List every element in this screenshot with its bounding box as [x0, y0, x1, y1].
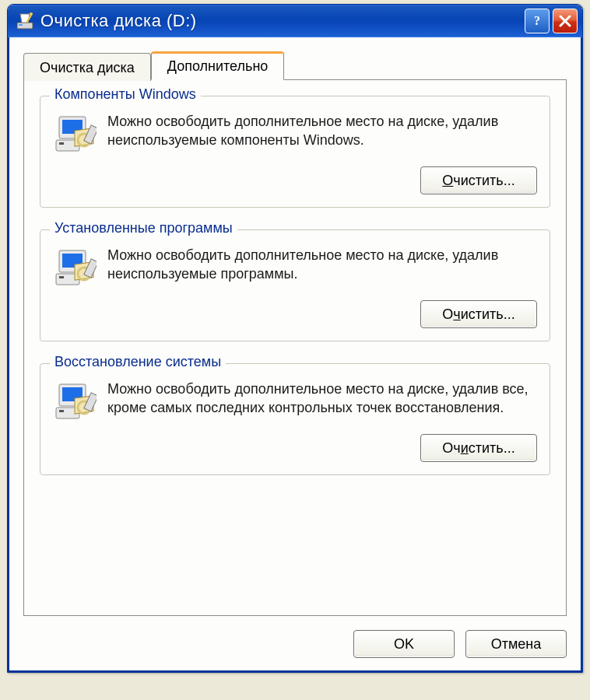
group-legend: Установленные программы — [50, 220, 237, 236]
dialog-buttons: OK Отмена — [23, 630, 567, 658]
disk-cleanup-window: Очистка диска (D:) ? Очистка диска Допол… — [7, 4, 583, 673]
cancel-button[interactable]: Отмена — [465, 630, 567, 658]
help-button[interactable]: ? — [525, 9, 550, 33]
svg-rect-21 — [59, 410, 64, 412]
installer-icon — [53, 112, 97, 156]
group-legend: Компоненты Windows — [50, 86, 201, 103]
installer-icon — [53, 246, 97, 289]
installer-icon — [53, 380, 97, 423]
group-description: Можно освободить дополнительное место на… — [107, 380, 537, 418]
group-description: Можно освободить дополнительное место на… — [107, 112, 537, 150]
cleanup-components-button[interactable]: Очистить... — [420, 166, 537, 194]
window-title: Очистка диска (D:) — [40, 11, 525, 31]
tab-panel-more-options: Компоненты Windows Можно осв — [23, 79, 567, 616]
group-windows-components: Компоненты Windows Можно осв — [40, 96, 550, 208]
disk-cleanup-icon — [16, 12, 34, 30]
group-system-restore: Восстановление системы Можно — [40, 363, 550, 475]
close-button[interactable] — [553, 9, 578, 33]
group-legend: Восстановление системы — [50, 354, 226, 370]
svg-rect-1 — [19, 24, 23, 26]
cleanup-programs-button[interactable]: Очистить... — [420, 300, 537, 328]
group-installed-programs: Установленные программы Можн — [40, 229, 550, 341]
svg-rect-14 — [59, 276, 64, 278]
group-description: Можно освободить дополнительное место на… — [107, 246, 537, 284]
titlebar[interactable]: Очистка диска (D:) ? — [8, 5, 582, 37]
svg-rect-7 — [59, 142, 64, 145]
tabs: Очистка диска Дополнительно — [23, 51, 567, 79]
tab-more-options[interactable]: Дополнительно — [151, 51, 285, 80]
cleanup-restore-button[interactable]: Очистить... — [420, 434, 537, 462]
ok-button[interactable]: OK — [353, 630, 455, 658]
tab-disk-cleanup[interactable]: Очистка диска — [23, 53, 151, 81]
svg-point-2 — [30, 12, 33, 16]
svg-text:?: ? — [534, 14, 540, 27]
client-area: Очистка диска Дополнительно Компоненты W… — [8, 37, 582, 672]
